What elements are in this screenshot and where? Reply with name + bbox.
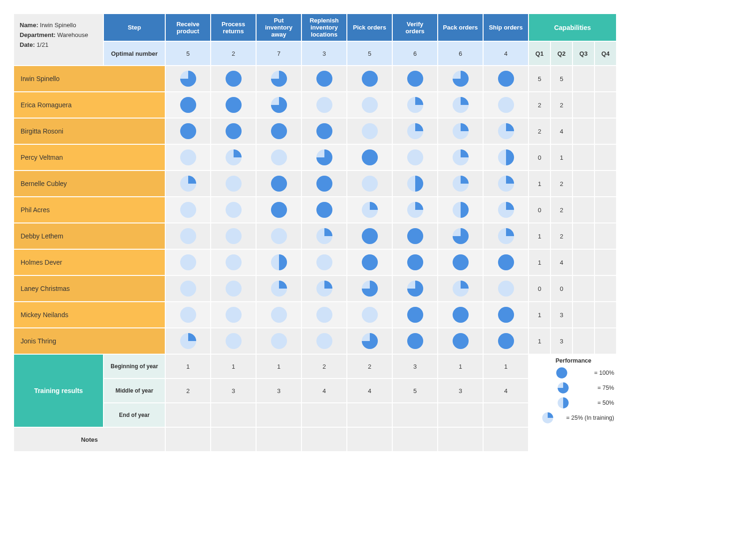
performance-legend: Performance = 100% = 75% = 50% = 25% (In… [529, 355, 616, 451]
skill-cell-9-3 [302, 302, 346, 327]
svg-point-117 [556, 367, 567, 378]
cap-cell-9-0: 1 [529, 302, 550, 327]
training-val-2-3 [302, 403, 346, 427]
svg-point-94 [180, 307, 196, 323]
pie-icon [270, 253, 288, 271]
skill-cell-10-1 [211, 328, 256, 354]
training-val-1-2: 3 [257, 379, 301, 402]
svg-point-47 [271, 176, 286, 192]
svg-point-75 [225, 254, 241, 270]
training-header: Training results [14, 355, 103, 427]
pie-icon [406, 280, 424, 297]
pie-icon [316, 201, 333, 219]
pie-icon [406, 306, 424, 324]
cap-cell-10-0: 1 [529, 328, 550, 354]
svg-point-102 [452, 307, 468, 323]
svg-point-14 [180, 97, 196, 113]
cap-cell-2-0: 2 [529, 119, 550, 144]
pie-icon [361, 148, 379, 166]
training-val-0-4: 2 [347, 355, 392, 378]
pie-icon [270, 148, 288, 166]
skill-cell-10-5 [393, 328, 437, 354]
svg-point-54 [180, 202, 196, 218]
employee-name-5: Phil Acres [14, 197, 165, 223]
skill-cell-9-6 [438, 302, 483, 327]
training-val-1-1: 3 [211, 379, 256, 402]
skill-cell-2-3 [302, 119, 346, 144]
cap-cell-1-2 [573, 92, 594, 118]
skill-cell-1-1 [211, 92, 256, 118]
pie-icon [557, 382, 569, 394]
quarter-header-2: Q3 [573, 42, 594, 65]
training-val-1-6: 3 [438, 379, 483, 402]
pie-icon [557, 397, 569, 409]
pie-icon [225, 175, 242, 193]
cap-cell-0-3 [595, 66, 616, 91]
pie-icon [452, 96, 470, 114]
svg-point-107 [271, 333, 286, 349]
cap-cell-3-2 [573, 145, 594, 170]
training-val-1-4: 4 [347, 379, 392, 402]
cap-cell-3-0: 0 [529, 145, 550, 170]
pie-icon [361, 96, 379, 114]
training-val-0-3: 2 [302, 355, 346, 378]
svg-point-22 [498, 97, 514, 113]
pie-icon [179, 280, 197, 297]
notes-cell-5 [393, 428, 437, 451]
svg-point-5 [316, 71, 332, 87]
pie-icon [225, 253, 242, 271]
cap-cell-4-0: 1 [529, 171, 550, 196]
employee-name-1: Erica Romaguera [14, 92, 165, 118]
svg-point-115 [498, 333, 514, 349]
cap-cell-2-1: 4 [551, 119, 572, 144]
legend-row-1: = 75% [533, 382, 614, 394]
pie-icon [270, 96, 288, 114]
pie-icon [270, 175, 288, 193]
training-val-2-7 [484, 403, 528, 427]
employee-name-0: Irwin Spinello [14, 66, 165, 91]
svg-point-93 [498, 281, 514, 297]
pie-icon [179, 332, 197, 350]
cap-cell-0-2 [573, 66, 594, 91]
skill-cell-4-6 [438, 171, 483, 196]
skill-cell-3-3 [302, 145, 346, 170]
svg-point-12 [498, 71, 514, 87]
skill-cell-7-1 [211, 250, 256, 275]
skill-cell-6-7 [484, 223, 528, 249]
skill-cell-3-6 [438, 145, 483, 170]
pie-icon [225, 306, 242, 324]
pie-icon [270, 332, 288, 350]
cap-cell-7-2 [573, 250, 594, 275]
notes-cell-2 [257, 428, 301, 451]
pie-icon [179, 70, 197, 88]
svg-point-108 [316, 333, 332, 349]
skill-cell-5-4 [347, 197, 392, 223]
svg-point-86 [180, 281, 196, 297]
pie-icon [497, 70, 515, 88]
cap-cell-10-2 [573, 328, 594, 354]
pie-icon [452, 122, 470, 140]
optimal-3: 3 [302, 42, 346, 65]
pie-icon [406, 175, 424, 193]
skill-cell-5-2 [257, 197, 301, 223]
training-val-2-6 [438, 403, 483, 427]
skill-cell-0-0 [166, 66, 210, 91]
training-val-2-4 [347, 403, 392, 427]
pie-icon [316, 175, 333, 193]
notes-cell-7 [484, 428, 528, 451]
step-header-5: Verify orders [393, 14, 437, 41]
pie-icon [406, 148, 424, 166]
pie-icon [361, 175, 379, 193]
training-val-2-2 [257, 403, 301, 427]
skill-cell-3-1 [211, 145, 256, 170]
pie-icon [452, 280, 470, 297]
skill-cell-3-2 [257, 145, 301, 170]
skill-cell-8-5 [393, 276, 437, 301]
skill-cell-7-5 [393, 250, 437, 275]
cap-cell-3-1: 1 [551, 145, 572, 170]
cap-cell-8-1: 0 [551, 276, 572, 301]
skill-cell-6-0 [166, 223, 210, 249]
svg-point-87 [225, 281, 241, 297]
cap-cell-1-0: 2 [529, 92, 550, 118]
skill-cell-2-5 [393, 119, 437, 144]
